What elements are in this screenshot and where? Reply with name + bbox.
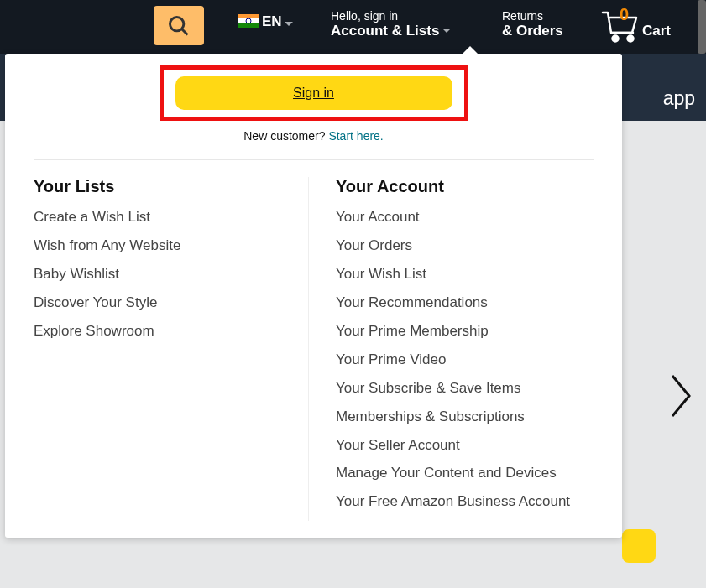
account-greeting: Hello, sign in — [331, 10, 451, 23]
chevron-down-icon — [442, 29, 451, 33]
new-customer-text: New customer? Start here. — [5, 129, 622, 143]
cart-label: Cart — [642, 23, 671, 39]
list-link[interactable]: Explore Showroom — [34, 322, 291, 341]
svg-point-0 — [170, 17, 184, 30]
account-link[interactable]: Your Recommendations — [336, 294, 594, 313]
dropdown-caret-icon — [463, 46, 478, 54]
cart-link[interactable]: 0 Cart — [599, 6, 672, 44]
app-label: app — [663, 87, 695, 110]
account-link[interactable]: Manage Your Content and Devices — [336, 464, 594, 483]
search-button[interactable] — [154, 6, 204, 45]
scrollbar[interactable] — [698, 0, 706, 54]
returns-line2: & Orders — [502, 23, 563, 39]
flag-india-icon — [238, 14, 259, 28]
account-link[interactable]: Memberships & Subscriptions — [336, 408, 594, 427]
account-link[interactable]: Your Prime Membership — [336, 322, 594, 341]
list-link[interactable]: Wish from Any Website — [34, 237, 291, 256]
top-navbar: EN Hello, sign in Account & Lists Return… — [0, 0, 706, 54]
carousel-next-button[interactable] — [666, 372, 696, 423]
account-dropdown: Sign in New customer? Start here. Your L… — [5, 54, 622, 538]
language-selector[interactable]: EN — [235, 10, 296, 34]
account-link[interactable]: Your Orders — [336, 237, 594, 256]
returns-orders-link[interactable]: Returns & Orders — [497, 8, 568, 41]
your-lists-column: Your Lists Create a Wish List Wish from … — [34, 177, 309, 521]
account-menu-trigger[interactable]: Hello, sign in Account & Lists — [326, 8, 456, 41]
signin-button[interactable]: Sign in — [175, 76, 452, 110]
cart-count: 0 — [620, 5, 629, 24]
account-label: Account & Lists — [331, 23, 439, 39]
list-link[interactable]: Discover Your Style — [34, 294, 291, 313]
svg-point-3 — [628, 36, 634, 42]
language-label: EN — [262, 13, 282, 30]
account-link[interactable]: Your Free Amazon Business Account — [336, 492, 594, 512]
your-account-column: Your Account Your Account Your Orders Yo… — [309, 177, 594, 521]
account-link[interactable]: Your Account — [336, 208, 594, 227]
chevron-down-icon — [285, 22, 293, 26]
new-customer-prefix: New customer? — [243, 129, 328, 143]
decorative-card-corner — [622, 529, 656, 563]
your-account-heading: Your Account — [336, 177, 594, 196]
account-link[interactable]: Your Prime Video — [336, 351, 594, 370]
your-lists-heading: Your Lists — [34, 177, 291, 196]
returns-line1: Returns — [502, 10, 563, 23]
account-link[interactable]: Your Wish List — [336, 265, 594, 284]
list-link[interactable]: Baby Wishlist — [34, 265, 291, 284]
svg-line-1 — [182, 29, 188, 34]
account-link[interactable]: Your Seller Account — [336, 436, 594, 455]
account-link[interactable]: Your Subscribe & Save Items — [336, 379, 594, 398]
svg-point-2 — [613, 36, 619, 42]
signin-highlight-box: Sign in — [160, 65, 468, 121]
cart-icon: 0 — [600, 8, 642, 43]
search-icon — [167, 14, 191, 38]
start-here-link[interactable]: Start here. — [328, 129, 383, 143]
list-link[interactable]: Create a Wish List — [34, 208, 291, 227]
